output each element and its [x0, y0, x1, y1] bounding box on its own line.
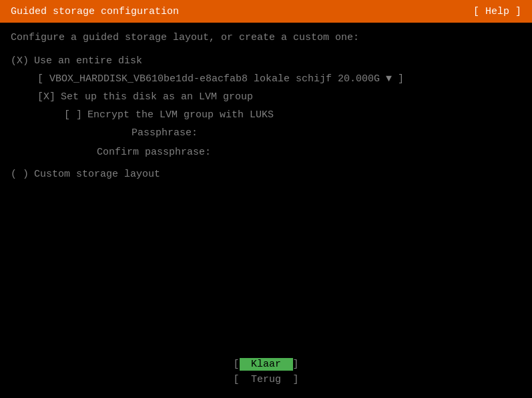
custom-storage-row[interactable]: ( ) Custom storage layout [11, 169, 521, 180]
custom-storage-label: Custom storage layout [34, 169, 160, 180]
title-bar: Guided storage configuration [ Help ] [0, 0, 532, 23]
description-text: Configure a guided storage layout, or cr… [11, 32, 521, 43]
use-entire-disk-label: Use an entire disk [34, 55, 142, 67]
confirm-passphrase-row: Confirm passphrase: [11, 147, 521, 158]
klaar-bracket-right: ] [293, 359, 299, 370]
title-text: Guided storage configuration [11, 6, 179, 17]
passphrase-label: Passphrase: [64, 127, 198, 139]
lvm-label: Set up this disk as an LVM group [61, 91, 253, 103]
klaar-bracket-left: [ [233, 359, 239, 370]
lvm-option-row[interactable]: [X] Set up this disk as an LVM group [11, 91, 521, 103]
content-area: Configure a guided storage layout, or cr… [0, 23, 532, 358]
help-button[interactable]: [ Help ] [473, 6, 521, 17]
encrypt-option-row[interactable]: [ ] Encrypt the LVM group with LUKS [11, 109, 521, 121]
terug-button[interactable]: [ Terug ] [233, 373, 298, 386]
disk-selector-row[interactable]: [ VBOX_HARDDISK_VB610be1dd-e8acfab8 loka… [11, 73, 521, 85]
encrypt-checkbox[interactable]: [ ] [64, 109, 82, 121]
use-entire-disk-row[interactable]: (X) Use an entire disk [11, 55, 521, 67]
confirm-passphrase-label: Confirm passphrase: [64, 147, 211, 158]
passphrase-input[interactable] [198, 127, 331, 139]
terug-label[interactable]: Terug [240, 373, 293, 386]
disk-selector-value[interactable]: [ VBOX_HARDDISK_VB610be1dd-e8acfab8 loka… [37, 73, 404, 85]
terug-bracket-left: [ [233, 374, 239, 385]
screen: Guided storage configuration [ Help ] Co… [0, 0, 532, 398]
klaar-button[interactable]: [ Klaar ] [233, 358, 298, 371]
use-entire-disk-checkbox[interactable]: (X) [11, 55, 29, 67]
custom-storage-checkbox[interactable]: ( ) [11, 169, 29, 180]
footer: [ Klaar ] [ Terug ] [0, 358, 532, 398]
confirm-passphrase-input[interactable] [211, 147, 344, 158]
encrypt-label: Encrypt the LVM group with LUKS [87, 109, 274, 121]
klaar-label[interactable]: Klaar [240, 358, 293, 371]
lvm-checkbox[interactable]: [X] [37, 91, 55, 103]
passphrase-row: Passphrase: [11, 127, 521, 139]
terug-bracket-right: ] [293, 374, 299, 385]
